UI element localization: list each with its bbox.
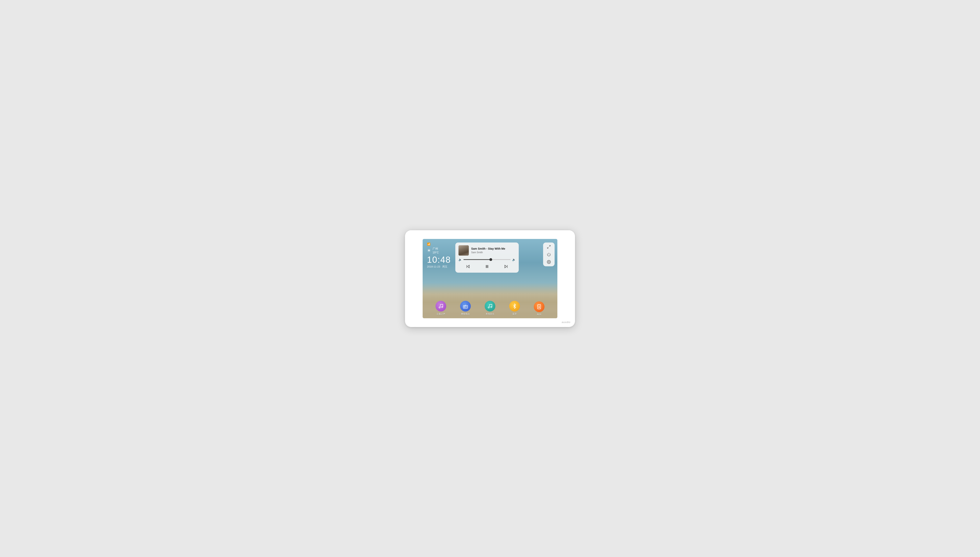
apps-row: 云雀之声 网络电台	[423, 301, 557, 316]
svg-line-7	[547, 247, 548, 248]
brand-label: auxdio	[562, 321, 570, 324]
volume-knob[interactable]	[489, 258, 492, 261]
track-info: Sam Smith - Stay With Me Sam Smith	[459, 245, 516, 256]
power-button[interactable]	[547, 252, 551, 256]
right-panel	[543, 243, 555, 266]
app-icon-yunque	[435, 301, 446, 311]
temperature: 19°C	[433, 251, 439, 255]
app-label-bluetooth: 蓝牙	[513, 313, 517, 316]
svg-point-9	[548, 261, 550, 262]
svg-point-10	[439, 307, 440, 308]
settings-button[interactable]	[547, 260, 551, 264]
track-text: Sam Smith - Stay With Me Sam Smith	[471, 247, 516, 254]
playback-controls	[459, 264, 516, 269]
album-art	[459, 245, 469, 256]
weekday: 周五	[442, 265, 448, 268]
device-body: 📶 ☀ 广州 19°C 10:48 2018-11-23 周五	[405, 230, 575, 327]
track-title: Sam Smith - Stay With Me	[471, 247, 516, 251]
app-label-local-music: 本地音乐	[486, 313, 494, 316]
app-bluetooth[interactable]: 蓝牙	[509, 301, 520, 316]
volume-row: 🔈 🔉	[459, 258, 516, 261]
volume-track[interactable]	[464, 259, 511, 260]
app-yunque[interactable]: 云雀之声	[435, 301, 446, 316]
app-radio[interactable]: 网络电台	[460, 301, 471, 316]
app-icon-bluetooth	[509, 301, 520, 311]
app-icon-aux	[534, 301, 545, 312]
track-artist: Sam Smith	[471, 251, 516, 254]
app-label-aux: AUX	[537, 313, 542, 316]
svg-marker-0	[467, 265, 469, 268]
volume-fill	[464, 259, 491, 260]
volume-low-icon: 🔈	[459, 258, 462, 261]
collapse-button[interactable]	[547, 245, 551, 249]
city-name: 广州	[433, 247, 439, 251]
volume-high-icon: 🔉	[512, 258, 516, 261]
date-line: 2018-11-23 周五	[427, 265, 451, 269]
app-label-yunque: 云雀之声	[436, 313, 445, 316]
svg-point-13	[464, 306, 466, 308]
svg-marker-4	[505, 265, 507, 268]
clock-time: 10:48	[427, 256, 451, 264]
sun-icon: ☀	[427, 248, 431, 253]
wifi-icon: 📶	[427, 243, 451, 246]
svg-point-15	[491, 306, 492, 308]
screen: 📶 ☀ 广州 19°C 10:48 2018-11-23 周五	[423, 239, 557, 318]
app-label-radio: 网络电台	[461, 313, 470, 316]
svg-line-6	[549, 245, 550, 246]
app-local-music[interactable]: 本地音乐	[485, 301, 495, 316]
svg-point-11	[441, 306, 443, 308]
prev-button[interactable]	[464, 264, 472, 269]
weather-panel: 📶 ☀ 广州 19°C 10:48 2018-11-23 周五	[427, 243, 451, 269]
svg-rect-2	[486, 265, 487, 268]
music-player-card: Sam Smith - Stay With Me Sam Smith 🔈 🔉	[455, 243, 519, 273]
app-icon-local-music	[485, 301, 495, 311]
svg-rect-3	[487, 265, 488, 268]
next-button[interactable]	[502, 264, 510, 269]
date: 2018-11-23	[427, 265, 440, 268]
svg-point-18	[539, 307, 540, 308]
svg-point-14	[488, 307, 489, 308]
app-icon-radio	[460, 301, 471, 311]
app-aux[interactable]: AUX	[534, 301, 545, 316]
play-pause-button[interactable]	[483, 264, 491, 269]
